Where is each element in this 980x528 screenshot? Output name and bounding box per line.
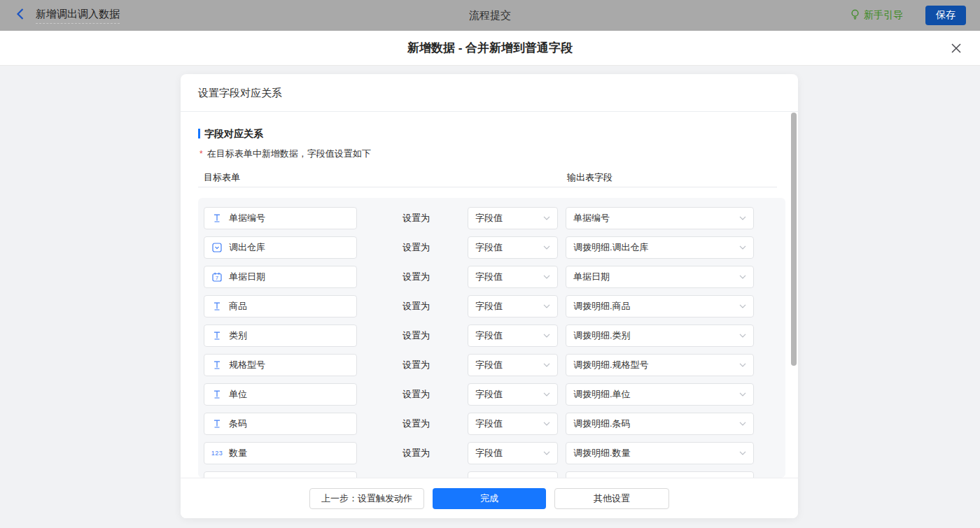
previous-step-button[interactable]: 上一步：设置触发动作 — [309, 488, 424, 509]
back-button[interactable] — [15, 8, 24, 23]
value-type-select[interactable]: 字段值 — [468, 354, 558, 376]
set-as-label: 设置为 — [402, 236, 430, 259]
value-type-select[interactable] — [468, 471, 558, 478]
value-type-select[interactable]: 字段值 — [468, 324, 558, 347]
mapping-hint-text: 在目标表单中新增数据，字段值设置如下 — [207, 148, 371, 159]
text-field-icon — [211, 213, 223, 223]
output-field-select[interactable]: 调拨明细.数量 — [566, 442, 754, 464]
value-type-value: 字段值 — [475, 271, 503, 283]
set-as-label: 设置为 — [402, 324, 430, 347]
output-field-select[interactable]: 调拨明细.单位 — [566, 383, 754, 406]
set-as-label: 设置为 — [402, 207, 430, 229]
close-icon[interactable] — [951, 43, 962, 54]
output-field-value: 单据日期 — [573, 271, 610, 283]
value-type-select[interactable]: 字段值 — [468, 295, 558, 317]
value-type-value: 字段值 — [475, 212, 503, 224]
chevron-down-icon — [739, 392, 746, 397]
text-field-icon — [211, 419, 223, 429]
section-title: 字段对应关系 — [198, 128, 263, 141]
field-mapping-row: 条码设置为字段值调拨明细.条码 — [198, 413, 785, 435]
finish-button[interactable]: 完成 — [433, 488, 546, 509]
target-field-label: 数量 — [229, 447, 247, 459]
value-type-value: 字段值 — [475, 241, 503, 254]
other-settings-button[interactable]: 其他设置 — [554, 488, 669, 509]
target-field-box: 类别 — [204, 324, 357, 347]
beginner-guide-button[interactable]: 新手引导 — [850, 9, 903, 22]
chevron-down-icon — [543, 392, 550, 397]
output-field-value: 调拨明细.规格型号 — [573, 359, 649, 371]
select-field-icon — [211, 243, 223, 252]
target-field-label: 调出仓库 — [229, 241, 265, 254]
chevron-down-icon — [739, 275, 746, 279]
value-type-value: 字段值 — [475, 418, 503, 430]
chevron-down-icon — [739, 304, 746, 308]
set-as-label: 设置为 — [402, 354, 430, 376]
target-field-label: 条码 — [229, 418, 247, 430]
target-field-label: 规格型号 — [229, 359, 265, 371]
text-field-icon — [211, 360, 223, 370]
set-as-label: 设置为 — [402, 266, 430, 288]
chevron-down-icon — [543, 451, 550, 455]
output-field-select[interactable]: 调拨明细.商品 — [566, 295, 754, 317]
set-as-label: 设置为 — [402, 413, 430, 435]
output-field-select[interactable]: 单据日期 — [566, 266, 754, 288]
value-type-select[interactable]: 字段值 — [468, 207, 558, 229]
workflow-name[interactable]: 新增调出调入数据 — [36, 8, 120, 24]
target-field-box: 单据编号 — [204, 207, 357, 229]
mapping-hint: *在目标表单中新增数据，字段值设置如下 — [200, 148, 371, 160]
column-header-divider — [198, 187, 777, 187]
output-field-value: 调拨明细.单位 — [573, 388, 631, 401]
output-field-select[interactable]: 调拨明细.条码 — [566, 413, 754, 435]
target-field-box: 规格型号 — [204, 354, 357, 376]
chevron-down-icon — [543, 304, 550, 308]
column-header-target-form: 目标表单 — [204, 171, 240, 184]
chevron-down-icon — [739, 451, 746, 455]
output-field-select[interactable]: 调拨明细.规格型号 — [566, 354, 754, 376]
modal-title: 新增数据 - 合并新增到普通字段 — [407, 40, 573, 56]
field-mapping-row: 调出仓库设置为字段值调拨明细.调出仓库 — [198, 236, 785, 259]
svg-text:7: 7 — [216, 275, 218, 281]
chevron-down-icon — [543, 245, 550, 250]
target-field-box — [204, 471, 357, 478]
chevron-down-icon — [739, 422, 746, 426]
chevron-down-icon — [543, 216, 550, 220]
text-field-icon — [211, 331, 223, 341]
value-type-select[interactable]: 字段值 — [468, 442, 558, 464]
chevron-down-icon — [543, 334, 550, 338]
value-type-value: 字段值 — [475, 388, 503, 401]
field-mapping-row: 123数量设置为字段值调拨明细.数量 — [198, 442, 785, 464]
field-mapping-row: 商品设置为字段值调拨明细.商品 — [198, 295, 785, 317]
value-type-value: 字段值 — [475, 300, 503, 313]
chevron-down-icon — [739, 245, 746, 250]
output-field-select[interactable]: 调拨明细.调出仓库 — [566, 236, 754, 259]
value-type-select[interactable]: 字段值 — [468, 413, 558, 435]
chevron-down-icon — [543, 422, 550, 426]
target-field-label: 类别 — [229, 329, 247, 342]
column-header-output-field: 输出表字段 — [567, 171, 612, 184]
value-type-select[interactable]: 字段值 — [468, 383, 558, 406]
output-field-value: 调拨明细.调出仓库 — [573, 241, 649, 254]
value-type-select[interactable]: 字段值 — [468, 266, 558, 288]
output-field-select[interactable]: 调拨明细.类别 — [566, 324, 754, 347]
output-field-select[interactable] — [566, 471, 754, 478]
set-as-label: 设置为 — [402, 295, 430, 317]
modal-body: 设置字段对应关系 字段对应关系 *在目标表单中新增数据，字段值设置如下 目标表单… — [0, 66, 980, 528]
output-field-select[interactable]: 单据编号 — [566, 207, 754, 229]
number-field-icon: 123 — [211, 450, 223, 457]
field-mapping-list: 单据编号设置为字段值单据编号调出仓库设置为字段值调拨明细.调出仓库7单据日期设置… — [198, 198, 785, 478]
value-type-select[interactable]: 字段值 — [468, 236, 558, 259]
chevron-down-icon — [543, 275, 550, 279]
modal-title-bar: 新增数据 - 合并新增到普通字段 — [0, 31, 980, 66]
back-chevron-icon — [15, 8, 24, 23]
top-bar: 新增调出调入数据 流程提交 新手引导 保存 — [0, 0, 980, 31]
save-button[interactable]: 保存 — [925, 6, 966, 25]
chevron-down-icon — [543, 363, 550, 367]
vertical-scrollbar[interactable] — [791, 113, 797, 366]
card-footer: 上一步：设置触发动作 完成 其他设置 — [181, 478, 798, 518]
chevron-down-icon — [739, 334, 746, 338]
target-field-label: 商品 — [229, 300, 247, 313]
target-field-box: 条码 — [204, 413, 357, 435]
set-as-label: 设置为 — [402, 383, 430, 406]
card-header-title: 设置字段对应关系 — [181, 74, 798, 112]
output-field-value: 单据编号 — [573, 212, 610, 224]
